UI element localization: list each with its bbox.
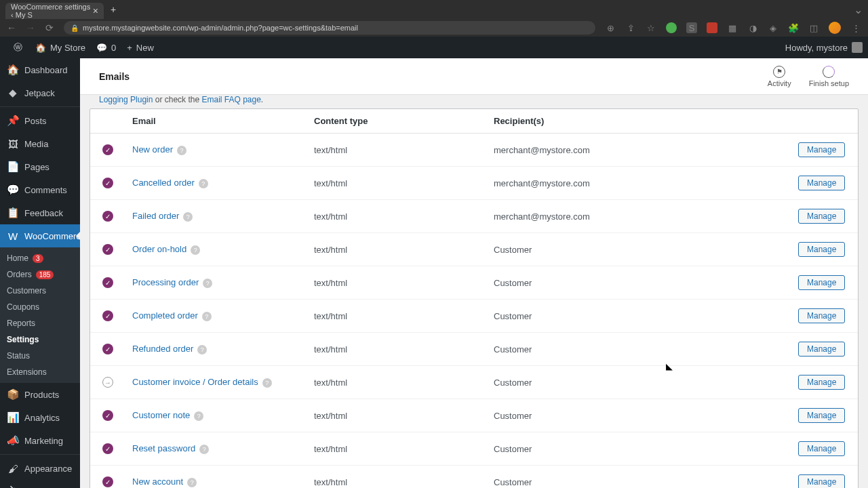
logging-plugin-link[interactable]: Logging Plugin: [99, 95, 153, 104]
manage-button[interactable]: Manage: [798, 308, 845, 323]
manage-button[interactable]: Manage: [798, 209, 845, 224]
manage-button[interactable]: Manage: [798, 242, 845, 257]
submenu-item-home[interactable]: Home3: [0, 250, 80, 266]
submenu-item-extensions[interactable]: Extensions: [0, 364, 80, 380]
help-tip-icon[interactable]: ?: [187, 478, 197, 487]
profile-avatar[interactable]: [829, 22, 841, 34]
extension-icon[interactable]: [666, 22, 677, 33]
extension-icon[interactable]: ◈: [768, 22, 778, 33]
status-enabled-icon: ✓: [102, 310, 113, 321]
activity-button[interactable]: ⚑ Activity: [768, 66, 791, 87]
extension-icon[interactable]: S: [686, 22, 697, 33]
help-tip-icon[interactable]: ?: [262, 378, 272, 388]
comments-link[interactable]: 💬 0: [91, 37, 121, 58]
sidebar-item-pages[interactable]: 📄Pages: [0, 155, 80, 178]
share-icon[interactable]: ⇪: [625, 22, 636, 33]
email-name-link[interactable]: Customer note: [132, 410, 190, 420]
content-type: text/html: [314, 444, 494, 454]
col-header-recipient: Recipient(s): [494, 116, 798, 126]
email-faq-link[interactable]: Email FAQ page: [201, 95, 260, 104]
sidebar-item-posts[interactable]: 📌Posts: [0, 109, 80, 132]
wp-logo[interactable]: ⓦ: [5, 37, 30, 58]
sidebar-item-appearance[interactable]: 🖌Appearance: [0, 457, 80, 480]
email-name-link[interactable]: Cancelled order: [132, 178, 195, 188]
submenu-item-reports[interactable]: Reports: [0, 315, 80, 331]
new-label: New: [136, 43, 154, 53]
manage-button[interactable]: Manage: [798, 275, 845, 290]
email-name-link[interactable]: New account: [132, 476, 183, 487]
close-tab-icon[interactable]: ×: [93, 5, 98, 16]
submenu-item-settings[interactable]: Settings: [0, 331, 80, 348]
help-tip-icon[interactable]: ?: [199, 179, 208, 188]
admin-bar-account[interactable]: Howdy, mystore: [785, 42, 863, 53]
sidebar-item-dashboard[interactable]: 🏠Dashboard: [0, 58, 80, 81]
finish-setup-button[interactable]: Finish setup: [809, 66, 849, 87]
panel-icon[interactable]: ◫: [808, 22, 819, 33]
help-tip-icon[interactable]: ?: [203, 279, 212, 288]
email-name-link[interactable]: Failed order: [132, 211, 179, 221]
manage-button[interactable]: Manage: [798, 474, 845, 488]
submenu-item-coupons[interactable]: Coupons: [0, 299, 80, 315]
new-content-link[interactable]: + New: [121, 37, 159, 58]
email-name-link[interactable]: Refunded order: [132, 344, 193, 354]
extensions-icon[interactable]: 🧩: [788, 22, 799, 33]
recipient: Customer: [494, 444, 798, 454]
sidebar-item-marketing[interactable]: 📣Marketing: [0, 429, 80, 452]
email-name-link[interactable]: Customer invoice / Order details: [132, 377, 258, 387]
extension-icon[interactable]: ◑: [747, 22, 758, 33]
manage-button[interactable]: Manage: [798, 342, 845, 357]
email-name-link[interactable]: Order on-hold: [132, 244, 186, 254]
chevron-down-icon[interactable]: ⌄: [854, 3, 863, 16]
sidebar-item-feedback[interactable]: 📋Feedback: [0, 201, 80, 224]
help-tip-icon[interactable]: ?: [202, 312, 212, 321]
comment-icon: 💬: [96, 43, 107, 53]
browser-tab[interactable]: WooCommerce settings ‹ My S ×: [5, 3, 104, 19]
status-enabled-icon: ✓: [102, 344, 113, 354]
manage-button[interactable]: Manage: [798, 408, 845, 423]
manage-button[interactable]: Manage: [798, 441, 845, 456]
help-tip-icon[interactable]: ?: [191, 245, 200, 255]
submenu-item-orders[interactable]: Orders185: [0, 266, 80, 283]
extension-icon[interactable]: [707, 22, 717, 33]
content-type: text/html: [314, 411, 494, 421]
help-tip-icon[interactable]: ?: [183, 212, 193, 222]
recipient: merchant@mystore.com: [494, 145, 798, 155]
email-name-link[interactable]: Completed order: [132, 310, 198, 321]
sidebar-item-comments[interactable]: 💬Comments: [0, 178, 80, 201]
back-icon[interactable]: ←: [7, 22, 16, 33]
bookmark-icon[interactable]: ☆: [646, 22, 656, 33]
url-input[interactable]: 🔒 mystore.mystagingwebsite.com/wp-admin/…: [64, 21, 595, 35]
extension-icon[interactable]: ▦: [727, 22, 738, 33]
help-tip-icon[interactable]: ?: [177, 146, 186, 155]
browser-tab-bar: WooCommerce settings ‹ My S × + ⌄: [0, 0, 868, 19]
submenu-item-customers[interactable]: Customers: [0, 283, 80, 299]
menu-icon[interactable]: ⋮: [850, 22, 861, 33]
status-enabled-icon: ✓: [102, 244, 113, 255]
manage-button[interactable]: Manage: [798, 375, 845, 390]
sidebar-item-plugins[interactable]: 🔌Plugins: [0, 480, 80, 488]
comments-icon: 💬: [7, 184, 19, 196]
table-row: ✓ Order on-hold? text/html Customer Mana…: [90, 233, 858, 266]
lock-icon: 🔒: [71, 24, 79, 32]
help-tip-icon[interactable]: ?: [197, 345, 207, 354]
email-name-link[interactable]: Processing order: [132, 277, 199, 287]
manage-button[interactable]: Manage: [798, 176, 845, 190]
sidebar-item-media[interactable]: 🖼Media: [0, 132, 80, 155]
email-name-link[interactable]: New order: [132, 144, 173, 155]
submenu-item-status[interactable]: Status: [0, 348, 80, 364]
sidebar-item-woocommerce[interactable]: WWooCommerce: [0, 224, 80, 247]
manage-button[interactable]: Manage: [798, 142, 845, 157]
sidebar-item-jetpack[interactable]: ◆Jetpack: [0, 81, 80, 104]
email-name-link[interactable]: Reset password: [132, 443, 195, 453]
help-tip-icon[interactable]: ?: [199, 445, 209, 454]
table-header: Email Content type Recipient(s): [90, 109, 858, 134]
new-tab-button[interactable]: +: [111, 4, 116, 15]
sidebar-item-products[interactable]: 📦Products: [0, 383, 80, 406]
reload-icon[interactable]: ⟳: [45, 22, 54, 33]
help-tip-icon[interactable]: ?: [194, 411, 203, 421]
sidebar-item-analytics[interactable]: 📊Analytics: [0, 406, 80, 429]
site-name-link[interactable]: 🏠 My Store: [30, 37, 91, 58]
content-type: text/html: [314, 477, 494, 487]
zoom-icon[interactable]: ⊕: [605, 22, 616, 33]
site-name: My Store: [50, 43, 85, 53]
